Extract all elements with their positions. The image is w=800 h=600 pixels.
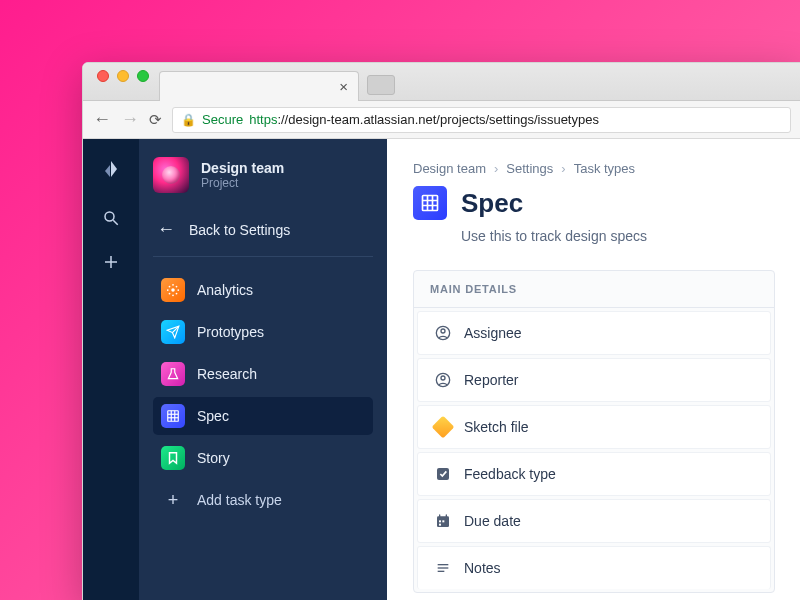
person-icon bbox=[434, 324, 452, 342]
story-icon bbox=[161, 446, 185, 470]
sidebar-item-label: Analytics bbox=[197, 282, 253, 298]
minimize-window-button[interactable] bbox=[117, 70, 129, 82]
app-shell: Design team Project ← Back to Settings A… bbox=[83, 139, 800, 600]
svg-point-10 bbox=[176, 286, 178, 288]
page-title: Spec bbox=[461, 188, 523, 219]
svg-point-0 bbox=[105, 212, 114, 221]
svg-point-11 bbox=[169, 293, 171, 295]
plus-icon: + bbox=[161, 488, 185, 512]
sidebar-item-story[interactable]: Story bbox=[153, 439, 373, 477]
chevron-right-icon: › bbox=[561, 161, 565, 176]
calendar-icon bbox=[434, 512, 452, 530]
analytics-icon bbox=[161, 278, 185, 302]
field-label: Sketch file bbox=[464, 419, 529, 435]
product-logo-icon[interactable] bbox=[99, 157, 123, 185]
field-feedback-type[interactable]: Feedback type bbox=[417, 452, 771, 496]
svg-point-26 bbox=[441, 376, 445, 380]
window-controls bbox=[97, 70, 149, 82]
close-window-button[interactable] bbox=[97, 70, 109, 82]
svg-line-1 bbox=[113, 220, 118, 225]
project-name: Design team bbox=[201, 160, 284, 176]
svg-point-24 bbox=[441, 329, 445, 333]
field-label: Due date bbox=[464, 513, 521, 529]
svg-point-12 bbox=[176, 293, 178, 295]
svg-point-4 bbox=[171, 288, 175, 292]
svg-rect-18 bbox=[423, 196, 438, 211]
svg-rect-30 bbox=[446, 514, 447, 517]
svg-point-6 bbox=[172, 294, 174, 296]
field-reporter[interactable]: Reporter bbox=[417, 358, 771, 402]
close-tab-icon[interactable]: × bbox=[339, 78, 348, 95]
project-subtitle: Project bbox=[201, 176, 284, 190]
main-content: Design team › Settings › Task types Spec… bbox=[387, 139, 800, 600]
research-icon bbox=[161, 362, 185, 386]
back-to-settings[interactable]: ← Back to Settings bbox=[153, 211, 373, 257]
browser-tabbar: × bbox=[83, 63, 800, 101]
task-type-list: Analytics Prototypes Research bbox=[153, 271, 373, 519]
svg-rect-13 bbox=[168, 411, 179, 422]
new-tab-button[interactable] bbox=[367, 75, 395, 95]
svg-rect-29 bbox=[439, 514, 440, 517]
create-icon[interactable] bbox=[100, 251, 122, 273]
browser-tab[interactable]: × bbox=[159, 71, 359, 101]
breadcrumb-item[interactable]: Settings bbox=[506, 161, 553, 176]
page-subtitle: Use this to track design specs bbox=[461, 228, 775, 244]
field-due-date[interactable]: Due date bbox=[417, 499, 771, 543]
address-bar[interactable]: 🔒 Secure https://design-team.atlassian.n… bbox=[172, 107, 791, 133]
sidebar-item-prototypes[interactable]: Prototypes bbox=[153, 313, 373, 351]
svg-point-5 bbox=[172, 284, 174, 286]
panel-header: MAIN DETAILS bbox=[414, 271, 774, 308]
svg-rect-32 bbox=[442, 520, 444, 522]
field-notes[interactable]: Notes bbox=[417, 546, 771, 589]
back-label: Back to Settings bbox=[189, 222, 290, 238]
url-path: ://design-team.atlassian.net/projects/se… bbox=[277, 112, 599, 127]
page-title-row: Spec bbox=[413, 186, 775, 220]
project-header[interactable]: Design team Project bbox=[153, 157, 373, 193]
sidebar-item-label: Story bbox=[197, 450, 230, 466]
forward-icon[interactable]: → bbox=[121, 109, 139, 130]
prototypes-icon bbox=[161, 320, 185, 344]
project-avatar bbox=[153, 157, 189, 193]
breadcrumb: Design team › Settings › Task types bbox=[413, 161, 775, 176]
sidebar-item-label: Spec bbox=[197, 408, 229, 424]
nav-arrows: ← → bbox=[93, 109, 139, 130]
svg-rect-33 bbox=[439, 524, 441, 526]
back-icon[interactable]: ← bbox=[93, 109, 111, 130]
spec-icon bbox=[413, 186, 447, 220]
sidebar-item-label: Prototypes bbox=[197, 324, 264, 340]
chevron-right-icon: › bbox=[494, 161, 498, 176]
field-assignee[interactable]: Assignee bbox=[417, 311, 771, 355]
browser-window: × ← → ⟳ 🔒 Secure https://design-team.atl… bbox=[82, 62, 800, 600]
add-task-type-label: Add task type bbox=[197, 492, 282, 508]
svg-rect-31 bbox=[439, 520, 441, 522]
field-label: Assignee bbox=[464, 325, 522, 341]
field-label: Notes bbox=[464, 560, 501, 576]
sidebar-item-research[interactable]: Research bbox=[153, 355, 373, 393]
breadcrumb-item[interactable]: Design team bbox=[413, 161, 486, 176]
checkbox-icon bbox=[434, 465, 452, 483]
person-icon bbox=[434, 371, 452, 389]
add-task-type[interactable]: + Add task type bbox=[153, 481, 373, 519]
field-label: Feedback type bbox=[464, 466, 556, 482]
sidebar-item-analytics[interactable]: Analytics bbox=[153, 271, 373, 309]
spec-icon bbox=[161, 404, 185, 428]
lock-icon: 🔒 bbox=[181, 113, 196, 127]
url-protocol: https bbox=[249, 112, 277, 127]
project-sidebar: Design team Project ← Back to Settings A… bbox=[139, 139, 387, 600]
breadcrumb-item[interactable]: Task types bbox=[574, 161, 635, 176]
svg-point-7 bbox=[167, 289, 169, 291]
svg-point-8 bbox=[177, 289, 179, 291]
sidebar-item-spec[interactable]: Spec bbox=[153, 397, 373, 435]
sketch-icon bbox=[434, 418, 452, 436]
maximize-window-button[interactable] bbox=[137, 70, 149, 82]
svg-point-9 bbox=[169, 286, 171, 288]
sidebar-item-label: Research bbox=[197, 366, 257, 382]
reload-icon[interactable]: ⟳ bbox=[149, 111, 162, 129]
global-nav-rail bbox=[83, 139, 139, 600]
browser-toolbar: ← → ⟳ 🔒 Secure https://design-team.atlas… bbox=[83, 101, 800, 139]
secure-label: Secure bbox=[202, 112, 243, 127]
main-details-panel: MAIN DETAILS Assignee Reporter bbox=[413, 270, 775, 593]
field-sketch-file[interactable]: Sketch file bbox=[417, 405, 771, 449]
arrow-left-icon: ← bbox=[157, 219, 175, 240]
search-icon[interactable] bbox=[100, 207, 122, 229]
